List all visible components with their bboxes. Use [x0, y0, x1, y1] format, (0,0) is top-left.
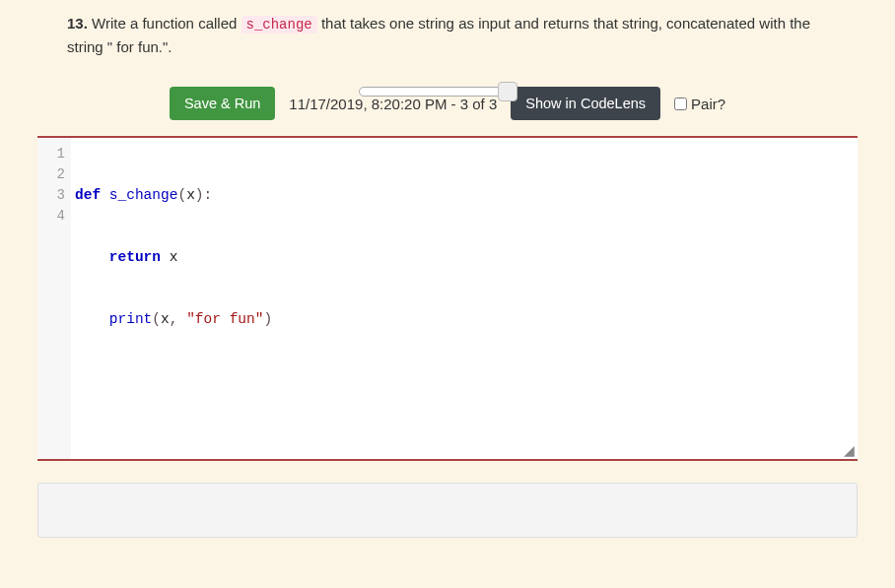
line-number: 1	[37, 144, 71, 164]
line-number: 3	[37, 185, 71, 206]
timestamp-text: 11/17/2019, 8:20:20 PM - 3 of 3	[289, 96, 497, 112]
line-number: 4	[37, 206, 71, 227]
code-line-2: return x	[75, 247, 854, 268]
save-run-button[interactable]: Save & Run	[170, 87, 275, 120]
question-prompt: 13. Write a function called s_change tha…	[67, 12, 828, 59]
output-panel	[37, 483, 858, 538]
code-area[interactable]: def s_change(x): return x print(x, "for …	[71, 138, 858, 459]
question-inline-code: s_change	[241, 16, 317, 33]
code-line-3: print(x, "for fun")	[75, 309, 854, 330]
code-editor[interactable]: 1 2 3 4 def s_change(x): return x print(…	[37, 136, 858, 461]
line-number: 2	[37, 164, 71, 185]
slider-thumb[interactable]	[498, 82, 517, 101]
pair-checkbox[interactable]	[674, 98, 687, 110]
code-line-1: def s_change(x):	[75, 185, 854, 206]
pair-label: Pair?	[691, 96, 725, 112]
question-text-before: Write a function called	[88, 15, 241, 32]
line-number-gutter: 1 2 3 4	[37, 138, 71, 459]
code-line-4	[75, 371, 854, 392]
pair-toggle[interactable]: Pair?	[674, 96, 725, 112]
question-number: 13.	[67, 15, 88, 32]
slider-track	[359, 87, 516, 97]
history-slider[interactable]	[359, 87, 536, 97]
